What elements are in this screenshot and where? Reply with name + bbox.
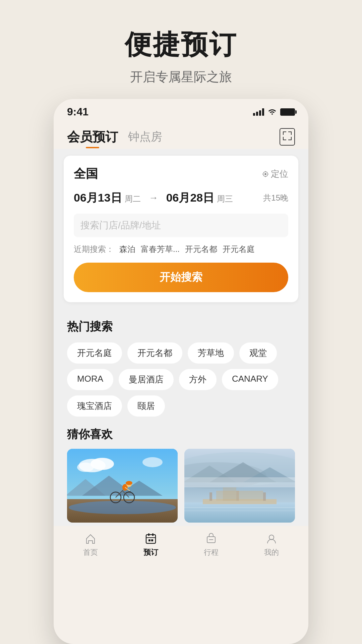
tab-itinerary-label: 行程 xyxy=(204,547,219,557)
recent-searches: 近期搜索： 森泊 富春芳草... 开元名都 开元名庭 xyxy=(74,244,288,255)
search-input-placeholder: 搜索门店/品牌/地址 xyxy=(80,219,161,232)
scan-button[interactable] xyxy=(280,128,295,146)
date-row: 06月13日 周二 → 06月28日 周三 共15晚 xyxy=(74,190,288,206)
location-button[interactable]: 定位 xyxy=(262,168,288,180)
status-bar: 9:41 xyxy=(54,99,308,121)
nights-count: 共15晚 xyxy=(263,193,288,203)
svg-point-16 xyxy=(90,458,114,470)
profile-icon xyxy=(265,532,278,545)
date-end-main: 06月28日 xyxy=(166,190,215,206)
tab-booking-label: 预订 xyxy=(143,547,158,557)
date-arrow: → xyxy=(149,193,158,203)
page-title: 便捷预订 xyxy=(125,27,237,63)
signal-icon xyxy=(253,108,264,116)
date-start[interactable]: 06月13日 周二 xyxy=(74,190,141,206)
tab-home-label: 首页 xyxy=(83,547,98,557)
svg-rect-3 xyxy=(291,131,292,135)
location-btn-label: 定位 xyxy=(271,168,288,180)
svg-point-33 xyxy=(126,481,132,485)
svg-rect-41 xyxy=(184,477,295,487)
tab-navigation: 首页 预订 行程 xyxy=(54,529,308,561)
svg-rect-5 xyxy=(283,137,284,140)
search-button[interactable]: 开始搜索 xyxy=(74,263,288,292)
recent-label: 近期搜索： xyxy=(74,244,114,255)
svg-rect-7 xyxy=(291,137,292,140)
status-icons xyxy=(253,107,295,117)
main-content: 全国 定位 06月13日 周二 → 06月28日 周三 共15晚 xyxy=(54,149,308,526)
svg-point-18 xyxy=(142,457,163,467)
rec-title: 猜你喜欢 xyxy=(67,427,295,442)
tag-3[interactable]: 观堂 xyxy=(239,342,277,364)
tab-booking[interactable]: 预订 xyxy=(143,532,158,557)
tag-9[interactable]: 颐居 xyxy=(127,395,165,417)
svg-rect-1 xyxy=(283,131,284,135)
date-start-main: 06月13日 xyxy=(74,190,122,206)
tag-4[interactable]: MORA xyxy=(67,369,113,390)
rec-card-left[interactable] xyxy=(67,449,178,523)
recent-item-3[interactable]: 开元名都 xyxy=(185,244,217,255)
itinerary-icon xyxy=(204,532,218,545)
wifi-icon xyxy=(267,107,277,117)
tag-6[interactable]: 方外 xyxy=(179,369,217,390)
date-end[interactable]: 06月28日 周三 xyxy=(166,190,233,206)
svg-point-23 xyxy=(69,501,176,514)
svg-rect-51 xyxy=(146,535,156,543)
booking-icon xyxy=(144,532,158,545)
battery-icon xyxy=(280,108,295,116)
tag-7[interactable]: CANARY xyxy=(222,369,278,390)
tag-0[interactable]: 开元名庭 xyxy=(67,342,122,364)
rec-grid xyxy=(67,449,295,523)
page-subtitle: 开启专属星际之旅 xyxy=(125,68,237,86)
tag-8[interactable]: 瑰宝酒店 xyxy=(67,395,122,417)
phone-frame: 9:41 会员预订 钟点房 xyxy=(54,99,308,644)
svg-rect-50 xyxy=(223,487,236,501)
svg-rect-55 xyxy=(148,539,150,541)
location-row: 全国 定位 xyxy=(74,166,288,182)
tag-1[interactable]: 开元名都 xyxy=(127,342,182,364)
svg-point-8 xyxy=(264,173,266,175)
app-header: 会员预订 钟点房 xyxy=(54,121,308,149)
tab-member-booking[interactable]: 会员预订 xyxy=(67,128,118,146)
hot-search-title: 热门搜索 xyxy=(67,319,295,334)
search-input-row[interactable]: 搜索门店/品牌/地址 xyxy=(74,214,288,237)
tag-5[interactable]: 曼居酒店 xyxy=(119,369,174,390)
svg-rect-48 xyxy=(263,492,266,501)
rec-card-right[interactable] xyxy=(184,449,295,523)
date-end-day: 周三 xyxy=(217,194,233,204)
recent-item-4[interactable]: 开元名庭 xyxy=(223,244,255,255)
tab-home[interactable]: 首页 xyxy=(83,532,98,557)
location-text: 全国 xyxy=(74,166,98,182)
tag-2[interactable]: 芳草地 xyxy=(188,342,234,364)
tab-profile-label: 我的 xyxy=(264,547,279,557)
date-start-day: 周二 xyxy=(125,194,141,204)
hot-tags-container: 开元名庭 开元名都 芳草地 观堂 MORA 曼居酒店 方外 CANARY 瑰宝酒… xyxy=(67,342,295,417)
tab-bar: 首页 预订 行程 xyxy=(54,526,308,564)
tab-itinerary[interactable]: 行程 xyxy=(204,532,219,557)
svg-rect-52 xyxy=(148,533,149,536)
svg-rect-56 xyxy=(151,539,153,541)
svg-rect-46 xyxy=(209,492,212,501)
svg-point-59 xyxy=(269,535,274,540)
hot-search-section: 热门搜索 开元名庭 开元名都 芳草地 观堂 MORA 曼居酒店 方外 CANAR… xyxy=(54,309,308,420)
svg-point-17 xyxy=(77,463,94,472)
home-icon xyxy=(84,532,97,545)
tab-profile[interactable]: 我的 xyxy=(264,532,279,557)
recent-item-1[interactable]: 森泊 xyxy=(119,244,135,255)
svg-rect-42 xyxy=(184,502,295,523)
tab-hourly-room[interactable]: 钟点房 xyxy=(128,129,162,145)
recent-item-2[interactable]: 富春芳草... xyxy=(141,244,180,255)
recommendations-section: 猜你喜欢 xyxy=(54,420,308,526)
svg-rect-53 xyxy=(152,533,154,536)
search-card: 全国 定位 06月13日 周二 → 06月28日 周三 共15晚 xyxy=(64,156,298,302)
page-header: 便捷预订 开启专属星际之旅 xyxy=(125,0,237,86)
status-time: 9:41 xyxy=(67,106,88,118)
